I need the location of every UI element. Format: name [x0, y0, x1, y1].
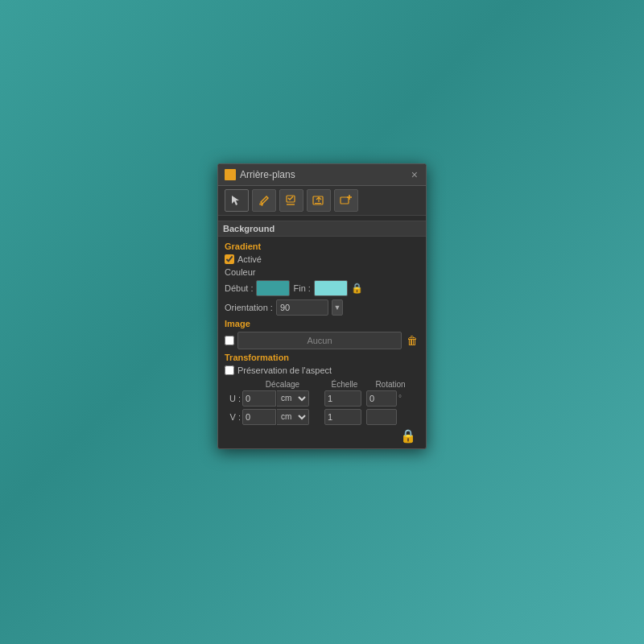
preserve-label: Préservation de l'aspect	[237, 365, 332, 375]
image-filename: Aucun	[237, 332, 402, 349]
u-echelle-input[interactable]	[324, 390, 361, 407]
close-button[interactable]: ×	[410, 169, 419, 180]
u-label: U :	[225, 394, 241, 403]
image-checkbox[interactable]	[225, 336, 234, 345]
col-headers: Décalage Échelle Rotation	[225, 380, 419, 389]
u-input-row: U : cm mm in px °	[225, 390, 419, 407]
delete-image-button[interactable]: 🗑	[405, 332, 419, 349]
dialog-window: Arrière-plans × Background Gradient Acti…	[217, 163, 427, 449]
gradient-active-row: Activé	[225, 254, 419, 264]
v-rotation-input[interactable]	[366, 409, 397, 425]
v-rotation-group	[366, 409, 415, 425]
echelle-col-header: Échelle	[324, 380, 365, 389]
toolbar-stamp-button[interactable]	[279, 189, 303, 212]
toolbar-dropper-button[interactable]	[252, 189, 276, 212]
debut-label: Début :	[225, 283, 253, 293]
svg-marker-4	[232, 196, 239, 205]
toolbar	[218, 186, 426, 216]
fin-label: Fin :	[293, 283, 310, 293]
transformation-label: Transformation	[225, 353, 419, 362]
decalage-col-header: Décalage	[242, 380, 323, 389]
dialog-title: Arrière-plans	[240, 169, 295, 180]
u-unit-select[interactable]: cm mm in px	[277, 390, 309, 407]
v-echelle-input[interactable]	[324, 409, 361, 425]
orientation-slider-arrow[interactable]: ▼	[332, 299, 343, 316]
background-section-header: Background	[218, 221, 426, 237]
image-row: Aucun 🗑	[225, 332, 419, 349]
preserve-checkbox[interactable]	[225, 365, 234, 375]
title-bar-left: Arrière-plans	[225, 169, 295, 180]
u-rotation-group: °	[366, 390, 415, 407]
color-pickers-row: Début : Fin : 🔒	[225, 280, 419, 296]
content-area: Background Gradient Activé Couleur Début…	[218, 216, 426, 448]
v-unit-select[interactable]: cm mm in px	[277, 409, 309, 425]
preserve-row: Préservation de l'aspect	[225, 365, 419, 375]
v-decalage-input[interactable]	[242, 409, 276, 425]
svg-rect-3	[228, 175, 231, 175]
toolbar-add-button[interactable]	[334, 189, 358, 212]
couleur-row: Couleur	[225, 267, 419, 277]
start-color-picker[interactable]	[256, 280, 290, 296]
v-decalage-group: cm mm in px	[242, 409, 323, 425]
gradient-active-checkbox[interactable]	[225, 254, 234, 264]
color-lock-icon[interactable]: 🔒	[351, 283, 363, 294]
svg-rect-9	[315, 203, 321, 204]
orientation-row: Orientation : ▼	[225, 299, 419, 316]
u-rotation-input[interactable]	[366, 390, 397, 407]
red-lock-icon[interactable]: 🔒	[225, 428, 419, 444]
end-color-picker[interactable]	[314, 280, 348, 296]
svg-point-5	[259, 203, 262, 205]
toolbar-import-button[interactable]	[307, 189, 331, 212]
transformation-section: Transformation Préservation de l'aspect …	[225, 353, 419, 444]
v-input-row: V : cm mm in px	[225, 409, 419, 425]
svg-rect-7	[287, 204, 295, 205]
couleur-label: Couleur	[225, 267, 256, 277]
orientation-input[interactable]	[276, 299, 328, 316]
rotation-col-header: Rotation	[366, 380, 415, 389]
u-decalage-input[interactable]	[242, 390, 276, 407]
u-decalage-group: cm mm in px	[242, 390, 323, 407]
gradient-active-label: Activé	[237, 254, 262, 264]
svg-rect-2	[228, 173, 233, 174]
u-degree-label: °	[398, 394, 402, 402]
title-bar: Arrière-plans ×	[218, 164, 426, 186]
image-label: Image	[225, 319, 419, 328]
orientation-label: Orientation :	[225, 303, 273, 312]
gradient-label: Gradient	[225, 242, 419, 251]
dialog-icon	[225, 169, 236, 180]
svg-rect-10	[341, 197, 349, 204]
toolbar-cursor-button[interactable]	[225, 189, 249, 212]
v-label: V :	[225, 412, 241, 422]
